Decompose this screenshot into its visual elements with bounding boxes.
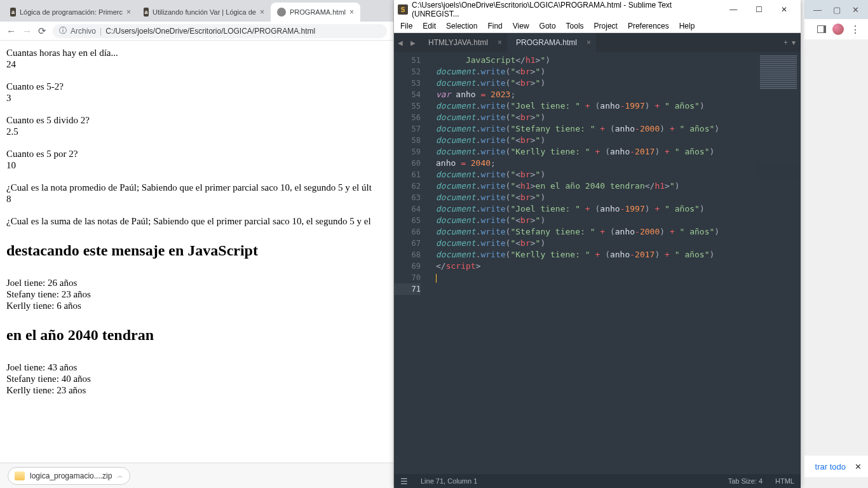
info-icon[interactable]: ⓘ xyxy=(59,25,67,36)
browser-tab-active[interactable]: PROGRAMA.html× xyxy=(271,3,360,22)
page-text: 24 xyxy=(6,58,387,70)
tab-close-icon[interactable]: × xyxy=(260,8,264,17)
menu-goto[interactable]: Goto xyxy=(539,22,556,30)
bg-showall-link[interactable]: trar todo xyxy=(815,462,846,471)
page-content: Cuantas horas hay en el día... 24 Cuanto… xyxy=(0,41,393,463)
reload-icon[interactable]: ⟳ xyxy=(38,25,46,37)
chrome-browser-window: aLógica de programación: Primerc× aUtili… xyxy=(0,0,394,488)
menu-tools[interactable]: Tools xyxy=(566,22,584,30)
forward-icon[interactable]: → xyxy=(22,25,32,36)
sublime-titlebar[interactable]: S C:\Users\joels\OneDrive\Escritorio\LOG… xyxy=(394,0,801,19)
sublime-window: S C:\Users\joels\OneDrive\Escritorio\LOG… xyxy=(394,0,801,488)
bg-close-bar-icon[interactable]: ✕ xyxy=(855,462,862,471)
favicon-icon: a xyxy=(144,8,149,17)
chevron-up-icon[interactable]: ︿ xyxy=(117,471,123,480)
address-bar[interactable]: ⓘ Archivo | C:/Users/joels/OneDrive/Escr… xyxy=(53,24,387,38)
download-filename: logica_progamacio....zip xyxy=(30,471,112,480)
tab-label: PROGRAMA.html xyxy=(290,8,346,16)
page-text: 2.5 xyxy=(6,126,387,137)
editor-tabstrip: ◀ ▶ HTMLYJAVA.html× PROGRAMA.html× +▾ xyxy=(394,33,801,52)
url-prefix: Archivo xyxy=(71,27,96,36)
tabmenu-icon[interactable]: ▾ xyxy=(792,38,796,47)
line-gutter: 5152535455565758596061626364656667686970… xyxy=(394,52,426,474)
menu-selection[interactable]: Selection xyxy=(446,22,477,30)
menu-help[interactable]: Help xyxy=(679,22,695,30)
page-text: 10 xyxy=(6,159,387,171)
bg-maximize-icon[interactable]: ▢ xyxy=(833,5,841,15)
bg-minimize-icon[interactable]: — xyxy=(813,5,822,15)
page-heading: destacando este mensaje en JavaScript xyxy=(6,242,387,259)
download-shelf: logica_progamacio....zip ︿ xyxy=(0,463,393,488)
browser-tab[interactable]: aUtilizando función Var | Lógica de× xyxy=(137,3,271,22)
background-toolbar: ⋮ xyxy=(804,19,868,39)
menu-find[interactable]: Find xyxy=(487,22,502,30)
browser-toolbar: ← → ⟳ ⓘ Archivo | C:/Users/joels/OneDriv… xyxy=(0,22,393,41)
window-title: C:\Users\joels\OneDrive\Escritorio\LOGIC… xyxy=(412,1,721,18)
page-text: Stefany tiene: 23 años xyxy=(6,288,387,300)
page-text: ¿Cual es la nota promedio de Paúl; Sabie… xyxy=(6,182,387,193)
profile-avatar[interactable] xyxy=(832,24,844,35)
newtab-icon[interactable]: + xyxy=(783,38,788,47)
back-icon[interactable]: ← xyxy=(6,25,16,36)
editor-tab-label: HTMLYJAVA.html xyxy=(428,38,488,47)
tab-label: Utilizando función Var | Lógica de xyxy=(153,8,256,16)
background-window-controls: — ▢ ✕ xyxy=(804,0,868,19)
tab-close-icon[interactable]: × xyxy=(498,38,502,47)
menu-project[interactable]: Project xyxy=(594,22,618,30)
minimize-button[interactable]: — xyxy=(721,5,746,14)
tab-close-icon[interactable]: × xyxy=(349,8,354,17)
page-text: Kerlly tiene: 6 años xyxy=(6,300,387,311)
page-text: Cuanto es 5 divido 2? xyxy=(6,114,387,126)
zip-file-icon xyxy=(15,471,25,480)
tab-label: Lógica de programación: Primerc xyxy=(20,8,123,16)
tab-close-icon[interactable]: × xyxy=(126,8,131,17)
status-language[interactable]: HTML xyxy=(775,477,794,485)
page-text: Stefany tiene: 40 años xyxy=(6,373,387,384)
status-position[interactable]: Line 71, Column 1 xyxy=(421,477,477,485)
page-text: 8 xyxy=(6,193,387,205)
menu-file[interactable]: File xyxy=(400,22,412,30)
editor-tab-label: PROGRAMA.html xyxy=(516,38,577,47)
close-button[interactable]: ✕ xyxy=(771,5,797,14)
tab-close-icon[interactable]: × xyxy=(587,38,591,47)
sublime-app-icon: S xyxy=(398,4,408,15)
download-item[interactable]: logica_progamacio....zip ︿ xyxy=(8,467,130,485)
menu-preferences[interactable]: Preferences xyxy=(628,22,669,30)
menubar: File Edit Selection Find View Goto Tools… xyxy=(394,19,801,33)
background-download-bar: trar todo ✕ xyxy=(804,456,868,477)
tab-prev-icon[interactable]: ◀ xyxy=(394,33,407,52)
maximize-button[interactable]: ☐ xyxy=(746,5,771,14)
page-text: Cuantas horas hay en el día... xyxy=(6,47,387,58)
code-area[interactable]: JavaScript</h1>")document.write("<br>")d… xyxy=(426,52,801,474)
page-text: 3 xyxy=(6,92,387,104)
editor-tab[interactable]: HTMLYJAVA.html× xyxy=(419,33,507,52)
minimap[interactable] xyxy=(756,52,801,179)
browser-tabstrip: aLógica de programación: Primerc× aUtili… xyxy=(0,0,393,22)
favicon-icon: a xyxy=(10,8,16,17)
bg-close-icon[interactable]: ✕ xyxy=(852,5,859,15)
status-bar: ☰ Line 71, Column 1 Tab Size: 4 HTML xyxy=(394,474,801,488)
page-text: Kerlly tiene: 23 años xyxy=(6,384,387,396)
favicon-globe-icon xyxy=(277,8,286,17)
editor-body: 5152535455565758596061626364656667686970… xyxy=(394,52,801,474)
panel-icon[interactable] xyxy=(817,25,826,33)
status-tabsize[interactable]: Tab Size: 4 xyxy=(728,477,763,485)
page-heading: en el año 2040 tendran xyxy=(6,327,387,344)
url-text: C:/Users/joels/OneDrive/Escritorio/LOGIC… xyxy=(105,27,315,36)
page-text: Cuanto es 5-2? xyxy=(6,81,387,92)
tab-next-icon[interactable]: ▶ xyxy=(407,33,419,52)
menu-edit[interactable]: Edit xyxy=(423,22,436,30)
sidebar-toggle-icon[interactable]: ☰ xyxy=(400,477,408,486)
page-text: ¿Cual es la suma de las notas de Paúl; S… xyxy=(6,215,387,227)
page-text: Cuanto es 5 por 2? xyxy=(6,148,387,159)
browser-tab[interactable]: aLógica de programación: Primerc× xyxy=(4,3,137,22)
page-text: Joel tiene: 26 años xyxy=(6,277,387,288)
editor-tab-active[interactable]: PROGRAMA.html× xyxy=(507,33,596,52)
menu-view[interactable]: View xyxy=(513,22,529,30)
menu-dots-icon[interactable]: ⋮ xyxy=(850,24,860,36)
page-text: Joel tiene: 43 años xyxy=(6,362,387,373)
